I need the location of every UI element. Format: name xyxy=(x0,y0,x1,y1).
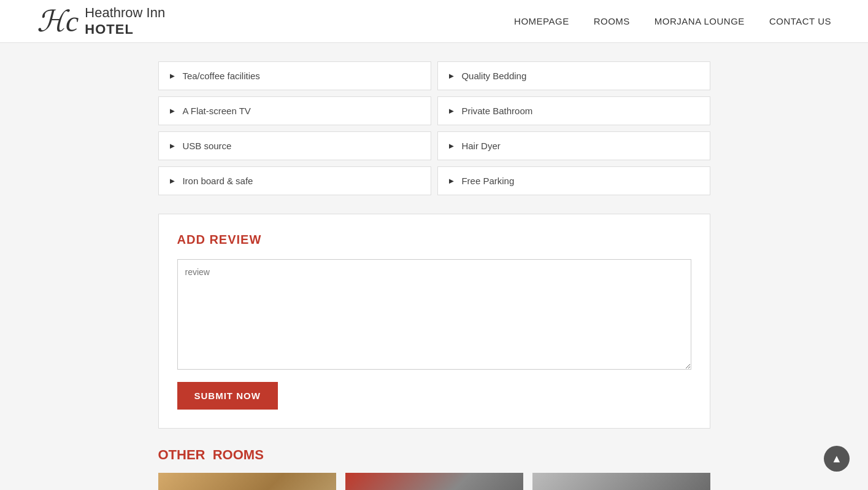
bullet-icon: ► xyxy=(169,106,177,115)
main-content: ► Tea/coffee facilities ► Quality Beddin… xyxy=(146,61,723,490)
site-header: ℋc Heathrow Inn HOTEL HOMEPAGE ROOMS MOR… xyxy=(0,0,868,43)
review-textarea[interactable] xyxy=(177,259,691,370)
amenity-label: USB source xyxy=(182,141,231,151)
amenity-flat-screen-tv: ► A Flat-screen TV xyxy=(158,96,431,125)
amenities-grid: ► Tea/coffee facilities ► Quality Beddin… xyxy=(158,61,710,195)
bullet-icon: ► xyxy=(448,106,456,115)
nav-morjana-lounge[interactable]: MORJANA LOUNGE xyxy=(655,16,745,26)
nav-contact-us[interactable]: CONTACT US xyxy=(769,16,831,26)
amenity-quality-bedding: ► Quality Bedding xyxy=(437,61,710,90)
amenity-usb-source: ► USB source xyxy=(158,131,431,160)
logo[interactable]: ℋc Heathrow Inn HOTEL xyxy=(37,5,165,37)
bullet-icon: ► xyxy=(448,176,456,185)
amenity-label: Hair Dyer xyxy=(461,141,500,151)
bullet-icon: ► xyxy=(169,141,177,150)
logo-text: Heathrow Inn HOTEL xyxy=(85,5,165,37)
amenity-iron-board-safe: ► Iron board & safe xyxy=(158,166,431,195)
submit-now-button[interactable]: SUBMIT NOW xyxy=(177,382,278,410)
review-section-title: ADD REVIEW xyxy=(177,233,691,247)
bullet-icon: ► xyxy=(448,141,456,150)
room-card-1[interactable] xyxy=(158,473,336,490)
amenity-tea-coffee: ► Tea/coffee facilities xyxy=(158,61,431,90)
review-section: ADD REVIEW SUBMIT NOW xyxy=(158,214,710,429)
other-rooms-prefix: OTHER xyxy=(158,447,205,462)
other-rooms-section: OTHER ROOMS xyxy=(158,447,710,490)
rooms-grid xyxy=(158,473,710,490)
hotel-type: HOTEL xyxy=(85,21,165,37)
amenity-label: Free Parking xyxy=(461,176,514,186)
amenity-hair-dyer: ► Hair Dyer xyxy=(437,131,710,160)
other-rooms-title: OTHER ROOMS xyxy=(158,447,710,463)
amenity-label: Iron board & safe xyxy=(182,176,253,186)
scroll-to-top-button[interactable]: ▲ xyxy=(824,446,850,472)
other-rooms-suffix: ROOMS xyxy=(213,447,264,462)
chevron-up-icon: ▲ xyxy=(831,453,842,465)
room-card-2[interactable] xyxy=(345,473,523,490)
amenity-label: Private Bathroom xyxy=(461,106,532,116)
logo-icon: ℋc xyxy=(37,7,79,36)
nav-rooms[interactable]: ROOMS xyxy=(594,16,630,26)
amenity-free-parking: ► Free Parking xyxy=(437,166,710,195)
hotel-name: Heathrow Inn xyxy=(85,5,165,21)
bullet-icon: ► xyxy=(169,176,177,185)
bullet-icon: ► xyxy=(169,71,177,80)
room-card-3[interactable] xyxy=(532,473,710,490)
amenity-label: Quality Bedding xyxy=(461,71,526,81)
bullet-icon: ► xyxy=(448,71,456,80)
main-nav: HOMEPAGE ROOMS MORJANA LOUNGE CONTACT US xyxy=(514,16,831,26)
nav-homepage[interactable]: HOMEPAGE xyxy=(514,16,569,26)
amenity-label: A Flat-screen TV xyxy=(182,106,250,116)
amenity-private-bathroom: ► Private Bathroom xyxy=(437,96,710,125)
amenity-label: Tea/coffee facilities xyxy=(182,71,259,81)
